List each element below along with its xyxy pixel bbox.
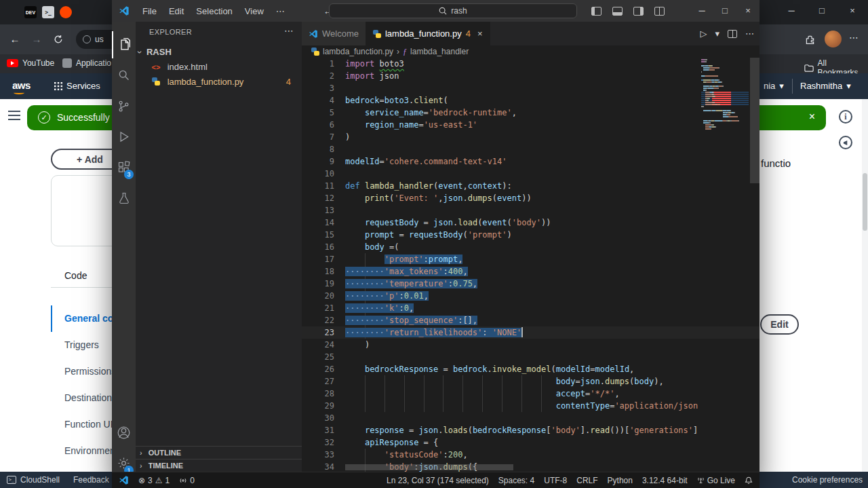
indentation[interactable]: Spaces: 4 (498, 476, 534, 485)
toggle-panel-icon[interactable] (612, 7, 623, 16)
profile-avatar[interactable] (825, 31, 842, 48)
site-info-icon[interactable] (83, 35, 91, 43)
timeline-label: TIMELINE (149, 462, 183, 470)
page-scrollbar-thumb[interactable] (863, 173, 867, 231)
edit-button[interactable]: Edit (760, 314, 799, 335)
extensions-icon[interactable]: 3 (112, 153, 136, 181)
ports-indicator[interactable]: 0 (179, 476, 195, 485)
editor-more-icon[interactable]: ⋯ (745, 29, 754, 39)
browser-close-button[interactable]: × (842, 5, 863, 16)
browser-back-button[interactable]: ← (7, 31, 23, 48)
minimap[interactable] (701, 59, 749, 130)
menu-file[interactable]: File (136, 6, 163, 16)
feedback-label: Feedback (73, 475, 109, 485)
run-debug-icon[interactable] (112, 123, 136, 150)
menu-view[interactable]: View (239, 6, 270, 16)
terminal-favicon-icon[interactable]: >_ (42, 6, 54, 18)
youtube-icon (7, 59, 18, 67)
language-mode[interactable]: Python (608, 476, 633, 485)
search-text: rash (451, 6, 467, 16)
editor-horizontal-scrollbar[interactable] (345, 464, 513, 470)
toggle-sidebar-icon[interactable] (591, 7, 601, 16)
code-line: 3 (302, 82, 760, 94)
python-interpreter[interactable]: 3.12.4 64-bit (642, 476, 688, 485)
search-sidebar-icon[interactable] (112, 61, 136, 88)
eol-sequence[interactable]: CRLF (576, 476, 597, 485)
file-index-html[interactable]: <> index.html (136, 60, 302, 75)
feedback-link[interactable]: Feedback (73, 475, 109, 485)
customize-layout-icon[interactable] (654, 7, 665, 16)
code-line: 15 prompt = requestBody('prompt') (302, 229, 760, 241)
outline-section[interactable]: › OUTLINE (136, 446, 302, 459)
notifications-bell-icon[interactable] (745, 476, 753, 485)
python-file-icon (311, 48, 319, 56)
bookmark-youtube[interactable]: YouTube (7, 58, 54, 68)
problems-indicator[interactable]: ⊗3 ⚠1 (138, 476, 170, 485)
menu-more-icon[interactable]: ⋯ (270, 6, 291, 16)
aws-logo[interactable]: aws (12, 79, 31, 91)
encoding[interactable]: UTF-8 (544, 476, 567, 485)
run-python-button[interactable]: ▷ (700, 29, 707, 39)
cookie-preferences-link[interactable]: Cookie preferences (792, 475, 863, 485)
browser-forward-button[interactable]: → (28, 31, 45, 48)
menu-selection[interactable]: Selection (190, 6, 238, 16)
extensions-puzzle-icon[interactable] (804, 34, 816, 45)
account-menu[interactable]: Rashmitha ▾ (800, 81, 851, 91)
vscode-minimize-button[interactable]: ─ (690, 0, 713, 22)
vscode-close-button[interactable]: × (736, 0, 760, 22)
toggle-secondary-sidebar-icon[interactable] (633, 7, 644, 16)
cloudshell-icon: >_ (7, 476, 16, 484)
menu-edit[interactable]: Edit (163, 6, 190, 16)
tab-welcome[interactable]: Welcome (302, 22, 366, 45)
banner-close-icon[interactable]: × (809, 111, 815, 123)
browser-menu-icon[interactable]: ⋯ (849, 32, 859, 43)
testing-beaker-icon[interactable] (112, 185, 136, 212)
layout-controls (591, 0, 665, 22)
command-center-search[interactable]: rash (329, 3, 577, 18)
browser-refresh-button[interactable] (50, 31, 66, 48)
breadcrumb[interactable]: lambda_function.py › ƒ lambda_handler (302, 45, 760, 58)
dev-favicon-icon[interactable]: DEV (24, 6, 37, 18)
code-line: 4bedrock=boto3.client( (302, 94, 760, 107)
editor-scrollbar-thumb[interactable] (750, 58, 760, 183)
bookmark-applications[interactable]: Applicatio (62, 58, 111, 68)
info-panel-icon[interactable]: i (839, 110, 852, 124)
tab-label: lambda_function.py (385, 29, 462, 39)
folder-rash[interactable]: › RASH (136, 45, 302, 60)
file-label: lambda_function.py (167, 77, 244, 87)
breadcrumb-file[interactable]: lambda_function.py (323, 47, 393, 56)
code-line: 26 bedrockResponse = bedrock.invoke_mode… (302, 363, 760, 375)
header-divider (792, 79, 793, 94)
tab-close-icon[interactable]: × (477, 29, 483, 39)
source-control-icon[interactable] (112, 92, 136, 119)
browser-maximize-button[interactable]: □ (812, 5, 832, 16)
code-editor[interactable]: 1import boto32import json34bedrock=boto3… (302, 58, 760, 472)
explorer-icon[interactable] (112, 31, 136, 58)
red-favicon-icon[interactable] (60, 6, 72, 18)
run-dropdown-icon[interactable]: ▾ (715, 29, 719, 39)
services-menu[interactable]: Services (54, 81, 100, 91)
hamburger-menu-icon[interactable] (8, 111, 20, 120)
breadcrumb-symbol[interactable]: lambda_handler (410, 47, 469, 56)
vscode-status-logo-icon[interactable] (119, 475, 129, 485)
address-text: us (95, 35, 104, 44)
tab-code[interactable]: Code (64, 270, 87, 281)
browser-minimize-button[interactable]: ─ (781, 5, 802, 16)
region-selector[interactable]: nia ▾ (764, 81, 784, 91)
go-live-button[interactable]: Go Live (697, 476, 735, 485)
tab-lambda-function[interactable]: lambda_function.py 4 × (366, 22, 490, 45)
split-editor-icon[interactable] (728, 30, 737, 38)
file-lambda-function[interactable]: lambda_function.py 4 (136, 75, 302, 90)
timeline-section[interactable]: › TIMELINE (136, 459, 302, 472)
code-line: 11def lambda_handler(event,context): (302, 180, 760, 192)
cloudshell-button[interactable]: >_ CloudShell (7, 475, 60, 485)
explorer-more-icon[interactable]: ⋯ (284, 25, 294, 36)
cursor-position[interactable]: Ln 23, Col 37 (174 selected) (387, 476, 489, 485)
page-scrollbar[interactable] (862, 99, 868, 472)
account-icon[interactable] (112, 419, 136, 446)
code-line: 5 service_name='bedrock-runtime', (302, 107, 760, 119)
code-line: 18········'max_tokens':400, (302, 265, 760, 278)
vscode-maximize-button[interactable]: □ (713, 0, 736, 22)
announcements-icon[interactable] (839, 136, 852, 149)
chevron-down-icon: ▾ (779, 81, 784, 91)
